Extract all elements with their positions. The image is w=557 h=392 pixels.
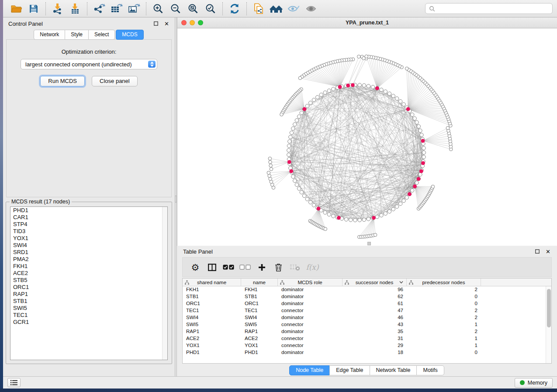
graph-node[interactable] xyxy=(308,101,312,104)
tab-select[interactable]: Select xyxy=(88,30,115,40)
criterion-select[interactable]: largest connected component (undirected) xyxy=(21,59,157,69)
graph-node[interactable] xyxy=(291,127,295,130)
graph-node[interactable] xyxy=(358,83,361,87)
graph-node[interactable] xyxy=(384,90,387,93)
table-row[interactable]: SWI4SWI4dominator462 xyxy=(183,314,551,321)
graph-hub-node[interactable] xyxy=(372,216,376,220)
graph-node[interactable] xyxy=(287,148,291,152)
graph-node[interactable] xyxy=(405,196,408,199)
graph-satellite-node[interactable] xyxy=(446,127,450,130)
mcds-result-item[interactable]: STP4 xyxy=(10,221,167,228)
graph-node[interactable] xyxy=(419,173,422,176)
column-header-name[interactable]: name xyxy=(241,279,278,286)
export-image-button[interactable] xyxy=(125,2,143,16)
mcds-result-item[interactable]: PHD1 xyxy=(10,207,167,214)
graph-node[interactable] xyxy=(419,129,422,132)
graph-node[interactable] xyxy=(380,213,383,217)
column-header-predecessor-nodes[interactable]: predecessor nodes xyxy=(407,279,481,286)
open-session-button[interactable] xyxy=(7,2,25,16)
graph-node[interactable] xyxy=(327,89,331,93)
graph-node[interactable] xyxy=(308,200,312,204)
save-session-button[interactable] xyxy=(25,2,42,16)
graph-node[interactable] xyxy=(295,183,298,186)
graph-node[interactable] xyxy=(395,97,398,100)
mcds-result-item[interactable]: FKH1 xyxy=(10,263,167,270)
graph-node[interactable] xyxy=(332,87,335,91)
search-input[interactable] xyxy=(438,5,549,12)
graph-node[interactable] xyxy=(422,146,426,150)
mcds-result-item[interactable]: SRD1 xyxy=(10,249,167,256)
graph-satellite-node[interactable] xyxy=(357,55,361,58)
column-header-successor-nodes[interactable]: successor nodes xyxy=(343,279,407,286)
float-panel-icon[interactable] xyxy=(153,21,159,27)
tab-mcds[interactable]: MCDS xyxy=(116,30,143,40)
graph-node[interactable] xyxy=(387,92,391,95)
graph-satellite-node[interactable] xyxy=(374,233,377,237)
graph-node[interactable] xyxy=(358,218,361,222)
mcds-result-item[interactable]: STB5 xyxy=(10,277,167,284)
mcds-result-item[interactable]: YOX1 xyxy=(10,235,167,242)
graph-node[interactable] xyxy=(391,207,395,211)
graph-node[interactable] xyxy=(415,181,419,184)
table-row[interactable]: ORC1ORC1dominator610 xyxy=(183,300,551,307)
graph-node[interactable] xyxy=(410,113,414,116)
graph-node[interactable] xyxy=(371,85,374,89)
tab-edge-table[interactable]: Edge Table xyxy=(329,365,370,375)
graph-node[interactable] xyxy=(319,93,323,96)
graph-node[interactable] xyxy=(323,211,327,214)
graph-hub-node[interactable] xyxy=(317,206,321,210)
column-header-shared-name[interactable]: shared name xyxy=(183,279,241,286)
mcds-result-item[interactable]: GCR1 xyxy=(10,319,167,326)
tab-node-table[interactable]: Node Table xyxy=(289,365,330,375)
graph-satellite-node[interactable] xyxy=(270,168,273,171)
graph-node[interactable] xyxy=(422,155,426,158)
graph-hub-node[interactable] xyxy=(289,169,293,173)
graph-satellite-node[interactable] xyxy=(405,67,408,70)
minimize-window-icon[interactable] xyxy=(190,20,195,25)
graph-node[interactable] xyxy=(398,100,402,103)
graph-satellite-node[interactable] xyxy=(431,185,435,189)
graph-node[interactable] xyxy=(332,214,335,218)
table-row[interactable]: RAP1RAP1dominator352 xyxy=(183,328,551,335)
graph-node[interactable] xyxy=(290,131,293,134)
mcds-result-item[interactable]: ORC1 xyxy=(10,284,167,291)
graph-node[interactable] xyxy=(367,84,370,88)
graph-satellite-node[interactable] xyxy=(269,161,272,164)
export-table-button[interactable] xyxy=(108,2,125,16)
graph-node[interactable] xyxy=(302,194,306,197)
graph-node[interactable] xyxy=(327,213,331,216)
graph-hub-node[interactable] xyxy=(406,107,410,111)
graph-node[interactable] xyxy=(323,91,327,94)
graph-hub-node[interactable] xyxy=(351,83,355,87)
graph-node[interactable] xyxy=(417,124,420,128)
network-canvas[interactable] xyxy=(177,28,557,246)
zoom-fit-button[interactable] xyxy=(184,2,202,16)
result-scrollbar-track[interactable] xyxy=(162,207,167,360)
create-column-button[interactable] xyxy=(253,259,270,275)
graph-satellite-node[interactable] xyxy=(324,227,327,231)
graph-node[interactable] xyxy=(300,190,303,194)
function-builder-button[interactable]: f(x) xyxy=(303,259,320,275)
horizontal-splitter-grip[interactable] xyxy=(367,242,371,245)
graph-satellite-node[interactable] xyxy=(280,113,284,116)
table-scrollbar[interactable] xyxy=(546,286,551,363)
graph-node[interactable] xyxy=(297,187,301,190)
mcds-result-item[interactable]: PMA2 xyxy=(10,256,167,263)
table-row[interactable]: STB1STB1dominator620 xyxy=(183,293,551,300)
tab-style[interactable]: Style xyxy=(65,30,89,40)
graph-node[interactable] xyxy=(315,96,319,99)
close-table-panel-icon[interactable]: ✕ xyxy=(545,249,551,254)
import-network-button[interactable] xyxy=(49,2,66,16)
graph-hub-node[interactable] xyxy=(408,192,412,196)
graph-satellite-node[interactable] xyxy=(298,76,302,80)
graph-node[interactable] xyxy=(384,212,387,215)
graph-node[interactable] xyxy=(362,218,366,221)
graph-node[interactable] xyxy=(293,123,297,126)
graph-node[interactable] xyxy=(402,103,405,106)
import-table-button[interactable] xyxy=(66,2,84,16)
graph-node[interactable] xyxy=(391,94,395,98)
graph-node[interactable] xyxy=(312,98,315,102)
graph-node[interactable] xyxy=(362,83,366,87)
select-all-columns-button[interactable] xyxy=(220,259,237,275)
table-row[interactable]: SWI5SWI5connector431 xyxy=(183,321,551,328)
